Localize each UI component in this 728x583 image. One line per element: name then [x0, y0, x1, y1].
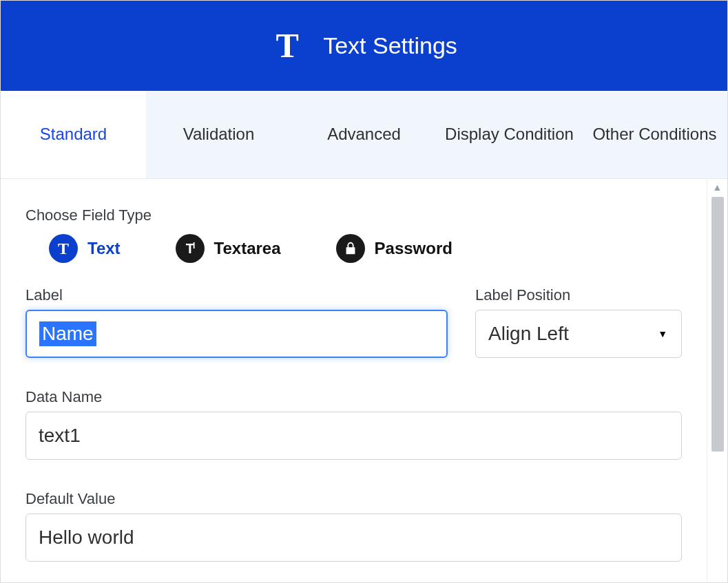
field-type-text-label: Text: [87, 239, 121, 258]
field-type-textarea-label: Textarea: [214, 239, 281, 258]
dialog-title: Text Settings: [323, 32, 457, 59]
textarea-type-icon: TI: [176, 234, 205, 263]
content-pane: Choose Field Type T Text TI Textarea Pas…: [1, 179, 707, 582]
data-name-value: text1: [39, 425, 81, 447]
data-name-field-label: Data Name: [25, 388, 682, 406]
label-position-select[interactable]: Align Left ▼: [475, 310, 682, 358]
data-name-input[interactable]: text1: [25, 412, 682, 460]
tab-advanced[interactable]: Advanced: [291, 91, 437, 178]
tab-standard[interactable]: Standard: [1, 91, 146, 178]
label-position-value: Align Left: [488, 323, 569, 345]
label-field-label: Label: [25, 286, 448, 304]
field-type-password-label: Password: [375, 239, 453, 258]
label-input[interactable]: Name: [25, 310, 448, 358]
chevron-down-icon: ▼: [658, 328, 667, 339]
dialog-header: T Text Settings: [1, 1, 727, 91]
settings-dialog: T Text Settings Standard Validation Adva…: [0, 0, 728, 583]
field-type-textarea[interactable]: TI Textarea: [176, 234, 281, 263]
scroll-up-arrow-icon[interactable]: ▲: [707, 182, 727, 193]
scrollbar-thumb[interactable]: [711, 197, 724, 452]
label-position-field-label: Label Position: [475, 286, 682, 304]
text-type-icon: T: [49, 234, 78, 263]
default-value-input[interactable]: Hello world: [25, 513, 682, 562]
field-type-group: T Text TI Textarea Password: [25, 234, 682, 263]
text-icon: T: [271, 29, 304, 62]
lock-icon: [336, 234, 365, 263]
field-type-password[interactable]: Password: [336, 234, 453, 263]
tab-bar: Standard Validation Advanced Display Con…: [1, 91, 727, 179]
dialog-body: Choose Field Type T Text TI Textarea Pas…: [1, 179, 727, 582]
tab-other-conditions[interactable]: Other Conditions: [582, 91, 727, 178]
default-value-field-label: Default Value: [25, 490, 682, 508]
choose-field-type-label: Choose Field Type: [25, 206, 682, 224]
tab-validation[interactable]: Validation: [146, 91, 291, 178]
vertical-scrollbar[interactable]: ▲: [707, 179, 727, 582]
field-type-text[interactable]: T Text: [49, 234, 121, 263]
default-value-value: Hello world: [39, 527, 134, 549]
label-input-value: Name: [39, 321, 96, 346]
tab-display-condition[interactable]: Display Condition: [437, 91, 582, 178]
